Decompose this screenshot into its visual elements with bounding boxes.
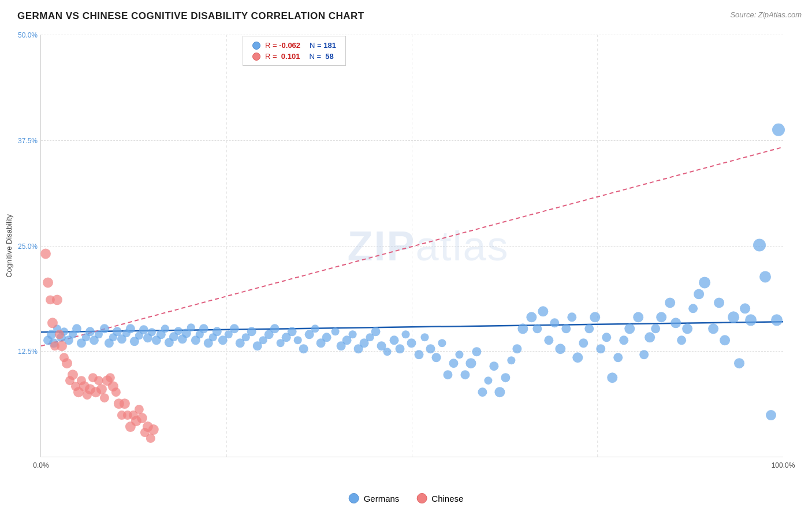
svg-point-79 — [414, 350, 423, 359]
svg-point-59 — [294, 336, 302, 344]
svg-point-126 — [694, 289, 704, 299]
svg-point-78 — [407, 338, 416, 348]
svg-point-122 — [671, 318, 681, 328]
legend-icon-chinese — [416, 493, 427, 503]
svg-point-58 — [288, 327, 297, 336]
svg-point-134 — [745, 314, 757, 326]
svg-point-98 — [526, 312, 537, 322]
svg-point-162 — [100, 393, 109, 402]
svg-point-117 — [639, 350, 649, 359]
svg-point-95 — [507, 356, 515, 364]
svg-point-166 — [111, 387, 121, 397]
svg-point-123 — [677, 335, 686, 345]
svg-point-175 — [137, 413, 147, 423]
legend-blue-r: R = -0.062 — [265, 41, 300, 50]
svg-point-146 — [55, 330, 64, 339]
svg-point-62 — [311, 324, 319, 333]
legend-pink-r: R = 0.101 — [265, 52, 300, 61]
svg-point-129 — [714, 297, 724, 308]
svg-point-74 — [383, 348, 392, 356]
svg-point-65 — [331, 327, 340, 335]
bottom-legend: Germans Chinese — [349, 493, 464, 503]
svg-point-143 — [47, 318, 58, 328]
svg-point-83 — [438, 339, 446, 347]
svg-point-118 — [645, 332, 655, 342]
legend-row-blue: R = -0.062 N = 181 — [252, 41, 336, 50]
svg-point-160 — [94, 376, 103, 385]
svg-point-164 — [106, 373, 115, 382]
svg-point-132 — [734, 358, 744, 368]
svg-point-42 — [199, 324, 208, 333]
svg-point-116 — [633, 312, 643, 322]
svg-point-149 — [62, 358, 72, 368]
svg-point-36 — [174, 327, 182, 335]
plot-area: 50.0% 37.5% 25.0% 12.5% 0.0% 100.0% ZIPa… — [40, 35, 783, 457]
svg-point-72 — [371, 327, 381, 336]
svg-point-25 — [126, 324, 135, 333]
svg-point-130 — [720, 335, 730, 345]
svg-point-28 — [139, 325, 148, 334]
svg-point-174 — [135, 405, 144, 414]
chart-container: GERMAN VS CHINESE COGNITIVE DISABILITY C… — [0, 0, 812, 515]
legend-blue-n: N = 181 — [310, 41, 336, 50]
y-tick-50: 50.0% — [18, 31, 38, 39]
svg-point-179 — [148, 424, 159, 435]
svg-point-112 — [607, 372, 617, 383]
svg-point-82 — [431, 353, 441, 362]
svg-point-77 — [402, 330, 410, 338]
legend-row-pink: R = 0.101 N = 58 — [252, 52, 336, 61]
svg-point-169 — [120, 398, 130, 409]
svg-point-110 — [596, 344, 605, 353]
svg-point-115 — [624, 323, 635, 334]
svg-point-33 — [161, 324, 169, 333]
svg-point-96 — [512, 344, 522, 353]
svg-point-135 — [753, 239, 766, 252]
legend-dot-blue — [252, 42, 260, 50]
chart-title: GERMAN VS CHINESE COGNITIVE DISABILITY C… — [17, 10, 364, 22]
svg-point-133 — [740, 303, 750, 314]
legend-dot-pink — [252, 53, 260, 61]
svg-point-68 — [349, 330, 357, 338]
svg-point-125 — [688, 304, 698, 313]
legend-label-german: Germans — [364, 494, 400, 503]
svg-point-136 — [759, 271, 771, 282]
svg-point-111 — [602, 333, 611, 342]
svg-point-124 — [682, 323, 692, 334]
svg-point-141 — [43, 277, 53, 288]
svg-point-76 — [396, 344, 405, 353]
svg-point-145 — [52, 294, 62, 305]
svg-point-89 — [472, 347, 481, 356]
svg-point-151 — [68, 370, 78, 380]
y-axis-label: Cognitive Disability — [0, 35, 17, 457]
svg-point-104 — [561, 324, 571, 333]
svg-point-75 — [390, 335, 399, 345]
svg-point-161 — [96, 384, 107, 394]
legend-item-chinese: Chinese — [416, 493, 463, 503]
svg-point-88 — [465, 358, 476, 368]
svg-point-81 — [426, 344, 435, 353]
svg-point-92 — [489, 361, 498, 371]
svg-point-51 — [247, 327, 256, 336]
svg-point-127 — [699, 277, 710, 288]
legend-label-chinese: Chinese — [431, 494, 463, 503]
svg-point-140 — [40, 248, 51, 259]
svg-point-114 — [619, 335, 628, 345]
source-text: Source: ZipAtlas.com — [730, 10, 802, 19]
svg-point-55 — [270, 324, 280, 333]
svg-point-102 — [550, 318, 559, 327]
svg-point-97 — [517, 323, 528, 334]
svg-point-30 — [148, 328, 156, 336]
svg-point-137 — [766, 410, 776, 420]
svg-point-178 — [146, 434, 155, 443]
svg-point-109 — [590, 312, 600, 322]
svg-point-121 — [665, 297, 675, 308]
svg-point-147 — [57, 341, 67, 351]
chart-svg — [41, 35, 783, 457]
svg-point-119 — [651, 324, 660, 333]
svg-point-108 — [584, 324, 594, 333]
svg-point-84 — [443, 370, 452, 379]
svg-point-113 — [613, 353, 623, 362]
svg-point-107 — [579, 338, 588, 348]
svg-point-94 — [501, 373, 510, 382]
svg-point-60 — [299, 344, 308, 353]
